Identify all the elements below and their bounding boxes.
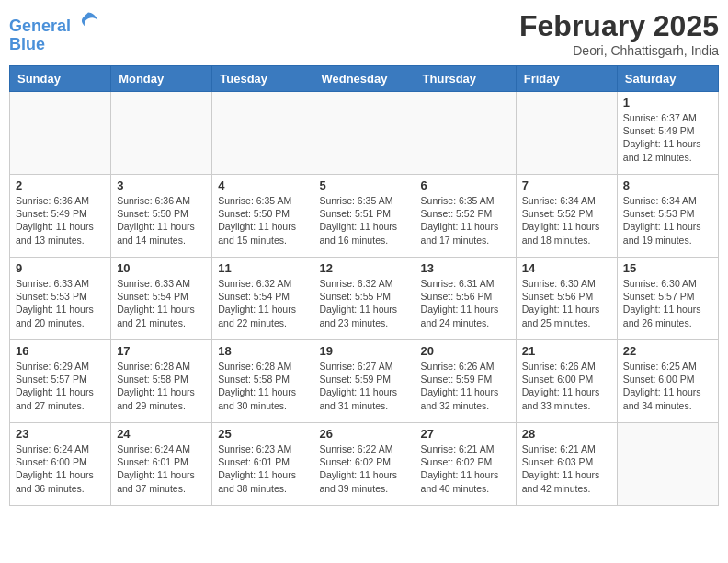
day-number: 12 — [319, 261, 408, 275]
day-info: Sunrise: 6:24 AM Sunset: 6:01 PM Dayligh… — [117, 442, 206, 495]
day-number: 13 — [421, 261, 510, 275]
day-info: Sunrise: 6:35 AM Sunset: 5:51 PM Dayligh… — [319, 194, 408, 247]
logo-text-blue: Blue — [9, 36, 99, 54]
calendar-cell: 21Sunrise: 6:26 AM Sunset: 6:00 PM Dayli… — [516, 340, 617, 423]
week-row: 23Sunrise: 6:24 AM Sunset: 6:00 PM Dayli… — [10, 423, 719, 506]
calendar-cell: 12Sunrise: 6:32 AM Sunset: 5:55 PM Dayli… — [313, 258, 415, 340]
logo-text: General — [9, 9, 99, 36]
logo-bird-icon — [77, 9, 99, 31]
calendar-cell: 3Sunrise: 6:36 AM Sunset: 5:50 PM Daylig… — [111, 175, 212, 258]
calendar-cell: 10Sunrise: 6:33 AM Sunset: 5:54 PM Dayli… — [111, 258, 212, 340]
day-number: 23 — [16, 427, 105, 441]
calendar-cell: 28Sunrise: 6:21 AM Sunset: 6:03 PM Dayli… — [516, 423, 617, 506]
calendar-cell: 5Sunrise: 6:35 AM Sunset: 5:51 PM Daylig… — [313, 175, 415, 258]
day-info: Sunrise: 6:26 AM Sunset: 6:00 PM Dayligh… — [522, 360, 611, 412]
week-row: 16Sunrise: 6:29 AM Sunset: 5:57 PM Dayli… — [10, 340, 719, 423]
calendar-cell — [212, 92, 313, 175]
month-title: February 2025 — [519, 9, 719, 43]
calendar-header-row: SundayMondayTuesdayWednesdayThursdayFrid… — [10, 66, 719, 92]
day-info: Sunrise: 6:21 AM Sunset: 6:02 PM Dayligh… — [421, 442, 510, 495]
page-header: General Blue February 2025 Deori, Chhatt… — [9, 9, 719, 58]
logo: General Blue — [9, 9, 99, 54]
day-number: 17 — [117, 344, 206, 358]
day-number: 25 — [218, 427, 307, 441]
day-number: 24 — [117, 427, 206, 441]
calendar-cell: 9Sunrise: 6:33 AM Sunset: 5:53 PM Daylig… — [10, 258, 111, 340]
calendar-cell: 27Sunrise: 6:21 AM Sunset: 6:02 PM Dayli… — [415, 423, 516, 506]
day-info: Sunrise: 6:30 AM Sunset: 5:57 PM Dayligh… — [623, 277, 712, 329]
calendar-cell: 8Sunrise: 6:34 AM Sunset: 5:53 PM Daylig… — [617, 175, 718, 258]
calendar-cell: 6Sunrise: 6:35 AM Sunset: 5:52 PM Daylig… — [415, 175, 516, 258]
day-info: Sunrise: 6:33 AM Sunset: 5:54 PM Dayligh… — [117, 277, 206, 329]
day-info: Sunrise: 6:21 AM Sunset: 6:03 PM Dayligh… — [522, 442, 611, 495]
calendar-cell: 4Sunrise: 6:35 AM Sunset: 5:50 PM Daylig… — [212, 175, 313, 258]
day-number: 4 — [218, 178, 307, 192]
day-number: 22 — [623, 344, 712, 358]
day-number: 28 — [522, 427, 611, 441]
day-info: Sunrise: 6:36 AM Sunset: 5:50 PM Dayligh… — [117, 194, 206, 247]
day-number: 8 — [623, 178, 712, 192]
day-number: 27 — [421, 427, 510, 441]
calendar-cell: 17Sunrise: 6:28 AM Sunset: 5:58 PM Dayli… — [111, 340, 212, 423]
calendar-cell — [313, 92, 415, 175]
day-number: 2 — [16, 178, 105, 192]
calendar-cell — [10, 92, 111, 175]
day-info: Sunrise: 6:32 AM Sunset: 5:54 PM Dayligh… — [218, 277, 307, 329]
day-info: Sunrise: 6:35 AM Sunset: 5:52 PM Dayligh… — [421, 194, 510, 247]
calendar-cell — [617, 423, 718, 506]
day-info: Sunrise: 6:24 AM Sunset: 6:00 PM Dayligh… — [16, 442, 105, 495]
day-of-week-header: Wednesday — [313, 66, 415, 92]
calendar-cell: 7Sunrise: 6:34 AM Sunset: 5:52 PM Daylig… — [516, 175, 617, 258]
week-row: 2Sunrise: 6:36 AM Sunset: 5:49 PM Daylig… — [10, 175, 719, 258]
day-number: 19 — [319, 344, 408, 358]
day-info: Sunrise: 6:32 AM Sunset: 5:55 PM Dayligh… — [319, 277, 408, 329]
calendar-cell: 19Sunrise: 6:27 AM Sunset: 5:59 PM Dayli… — [313, 340, 415, 423]
calendar-cell: 16Sunrise: 6:29 AM Sunset: 5:57 PM Dayli… — [10, 340, 111, 423]
day-number: 1 — [623, 96, 712, 109]
day-of-week-header: Monday — [111, 66, 212, 92]
calendar-cell — [111, 92, 212, 175]
day-info: Sunrise: 6:27 AM Sunset: 5:59 PM Dayligh… — [319, 360, 408, 412]
day-number: 21 — [522, 344, 611, 358]
day-of-week-header: Sunday — [10, 66, 111, 92]
day-info: Sunrise: 6:30 AM Sunset: 5:56 PM Dayligh… — [522, 277, 611, 329]
day-number: 20 — [421, 344, 510, 358]
calendar-cell: 26Sunrise: 6:22 AM Sunset: 6:02 PM Dayli… — [313, 423, 415, 506]
calendar-cell: 24Sunrise: 6:24 AM Sunset: 6:01 PM Dayli… — [111, 423, 212, 506]
title-block: February 2025 Deori, Chhattisgarh, India — [519, 9, 719, 58]
day-info: Sunrise: 6:26 AM Sunset: 5:59 PM Dayligh… — [421, 360, 510, 412]
calendar-cell: 11Sunrise: 6:32 AM Sunset: 5:54 PM Dayli… — [212, 258, 313, 340]
day-info: Sunrise: 6:22 AM Sunset: 6:02 PM Dayligh… — [319, 442, 408, 495]
day-number: 15 — [623, 261, 712, 275]
day-number: 11 — [218, 261, 307, 275]
day-number: 6 — [421, 178, 510, 192]
day-of-week-header: Saturday — [617, 66, 718, 92]
day-info: Sunrise: 6:25 AM Sunset: 6:00 PM Dayligh… — [623, 360, 712, 412]
day-number: 14 — [522, 261, 611, 275]
day-info: Sunrise: 6:33 AM Sunset: 5:53 PM Dayligh… — [16, 277, 105, 329]
day-info: Sunrise: 6:23 AM Sunset: 6:01 PM Dayligh… — [218, 442, 307, 495]
calendar-cell: 20Sunrise: 6:26 AM Sunset: 5:59 PM Dayli… — [415, 340, 516, 423]
day-number: 5 — [319, 178, 408, 192]
day-number: 7 — [522, 178, 611, 192]
calendar-cell: 23Sunrise: 6:24 AM Sunset: 6:00 PM Dayli… — [10, 423, 111, 506]
calendar-table: SundayMondayTuesdayWednesdayThursdayFrid… — [9, 65, 719, 506]
location-subtitle: Deori, Chhattisgarh, India — [519, 43, 719, 58]
day-of-week-header: Tuesday — [212, 66, 313, 92]
day-info: Sunrise: 6:29 AM Sunset: 5:57 PM Dayligh… — [16, 360, 105, 412]
day-of-week-header: Thursday — [415, 66, 516, 92]
calendar-cell — [415, 92, 516, 175]
day-info: Sunrise: 6:37 AM Sunset: 5:49 PM Dayligh… — [623, 111, 712, 164]
calendar-cell — [516, 92, 617, 175]
day-of-week-header: Friday — [516, 66, 617, 92]
calendar-cell: 18Sunrise: 6:28 AM Sunset: 5:58 PM Dayli… — [212, 340, 313, 423]
day-number: 10 — [117, 261, 206, 275]
calendar-cell: 15Sunrise: 6:30 AM Sunset: 5:57 PM Dayli… — [617, 258, 718, 340]
day-number: 9 — [16, 261, 105, 275]
day-number: 26 — [319, 427, 408, 441]
day-number: 18 — [218, 344, 307, 358]
calendar-cell: 14Sunrise: 6:30 AM Sunset: 5:56 PM Dayli… — [516, 258, 617, 340]
day-info: Sunrise: 6:34 AM Sunset: 5:53 PM Dayligh… — [623, 194, 712, 247]
day-info: Sunrise: 6:31 AM Sunset: 5:56 PM Dayligh… — [421, 277, 510, 329]
day-info: Sunrise: 6:36 AM Sunset: 5:49 PM Dayligh… — [16, 194, 105, 247]
